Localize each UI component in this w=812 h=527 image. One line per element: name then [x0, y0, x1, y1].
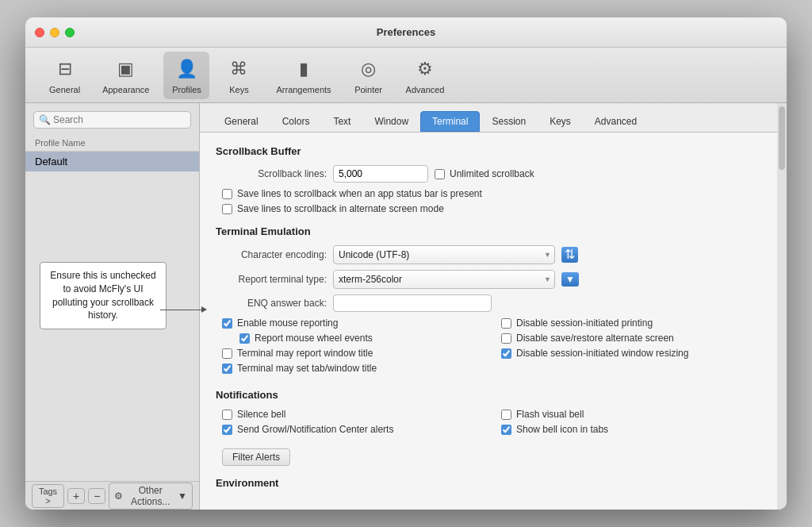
terminal-report-label: Terminal may report window title [237, 348, 373, 359]
show-bell-icon-row: Show bell icon in tabs [495, 424, 761, 435]
profile-item-default[interactable]: Default [25, 152, 199, 171]
save-alternate-row: Save lines to scrollback in alternate sc… [216, 203, 761, 214]
show-bell-icon-label: Show bell icon in tabs [516, 424, 608, 435]
other-actions-label: Other Actions... [125, 485, 175, 507]
enq-input[interactable] [333, 294, 492, 312]
toolbar-label-pointer: Pointer [354, 85, 382, 94]
scrollback-lines-input[interactable] [333, 165, 428, 183]
silence-bell-row: Silence bell [216, 409, 482, 420]
content-area: 🔍 Profile Name Default Ensure this is un… [25, 103, 787, 510]
profile-list-header: Profile Name [25, 135, 199, 152]
toolbar: ⊟ General ▣ Appearance 👤 Profiles ⌘ Keys… [25, 48, 787, 103]
tab-colors[interactable]: Colors [270, 111, 322, 132]
unlimited-checkbox[interactable] [435, 169, 445, 179]
tab-session[interactable]: Session [480, 111, 538, 132]
disable-resize-checkbox[interactable] [501, 348, 511, 359]
toolbar-label-appearance: Appearance [102, 85, 149, 94]
save-alternate-label: Save lines to scrollback in alternate sc… [237, 203, 444, 214]
toolbar-item-pointer[interactable]: ◎ Pointer [346, 52, 392, 99]
terminal-type-select[interactable]: xterm-256color [333, 270, 555, 289]
disable-resize-label: Disable session-initiated window resizin… [516, 348, 688, 359]
terminal-set-label: Terminal may set tab/window title [237, 363, 377, 374]
toolbar-item-keys[interactable]: ⌘ Keys [216, 52, 262, 99]
remove-profile-button[interactable]: − [88, 488, 105, 504]
toolbar-item-advanced[interactable]: ⚙ Advanced [398, 52, 453, 99]
scrollbar-track[interactable] [777, 103, 787, 510]
disable-resize-row: Disable session-initiated window resizin… [495, 348, 761, 359]
right-checkboxes: Disable session-initiated printing Disab… [495, 317, 761, 378]
scrollback-lines-label: Scrollback lines: [216, 168, 327, 179]
show-bell-icon-checkbox[interactable] [501, 425, 511, 435]
preferences-window: Preferences ⊟ General ▣ Appearance 👤 Pro… [25, 17, 787, 510]
tab-general[interactable]: General [213, 111, 270, 132]
encoding-select[interactable]: Unicode (UTF-8) [333, 245, 555, 264]
add-profile-button[interactable]: + [67, 488, 85, 504]
notifications-right: Flash visual bell Show bell icon in tabs [495, 409, 761, 439]
terminal-type-label: Report terminal type: [216, 274, 327, 285]
encoding-row: Character encoding: Unicode (UTF-8) ⇅ [216, 245, 761, 264]
checkbox-grid: Enable mouse reporting Report mouse whee… [216, 317, 761, 378]
tags-button[interactable]: Tags > [32, 484, 64, 508]
report-wheel-checkbox[interactable] [239, 333, 250, 344]
terminal-type-select-wrapper: xterm-256color [333, 270, 555, 289]
tab-advanced[interactable]: Advanced [583, 111, 649, 132]
maximize-button[interactable] [65, 28, 75, 37]
enable-mouse-row: Enable mouse reporting [216, 317, 482, 329]
save-status-bar-row: Save lines to scrollback when an app sta… [216, 188, 761, 199]
profiles-icon: 👤 [174, 56, 199, 82]
silence-bell-label: Silence bell [237, 409, 285, 420]
save-status-checkbox[interactable] [222, 189, 232, 199]
silence-bell-checkbox[interactable] [222, 410, 232, 420]
tab-terminal[interactable]: Terminal [420, 111, 480, 132]
save-status-label: Save lines to scrollback when an app sta… [237, 188, 482, 199]
disable-save-row: Disable save/restore alternate screen [495, 333, 761, 344]
gear-icon: ⚙ [114, 490, 123, 502]
terminal-report-row: Terminal may report window title [216, 348, 482, 359]
toolbar-item-appearance[interactable]: ▣ Appearance [94, 52, 157, 99]
close-button[interactable] [35, 28, 44, 37]
scrollback-lines-row: Scrollback lines: Unlimited scrollback [216, 165, 761, 183]
encoding-stepper[interactable]: ⇅ [561, 247, 578, 263]
toolbar-item-profiles[interactable]: 👤 Profiles [163, 52, 209, 99]
disable-printing-label: Disable session-initiated printing [516, 317, 653, 329]
filter-alerts-wrapper: Filter Alerts [216, 444, 761, 466]
tooltip-text: Ensure this is unchecked to avoid McFly'… [50, 270, 155, 321]
advanced-icon: ⚙ [412, 56, 438, 82]
tab-window[interactable]: Window [362, 111, 420, 132]
flash-bell-label: Flash visual bell [516, 409, 584, 420]
disable-printing-checkbox[interactable] [501, 318, 511, 329]
toolbar-item-general[interactable]: ⊟ General [41, 52, 88, 99]
pointer-icon: ◎ [356, 56, 381, 82]
tooltip-box: Ensure this is unchecked to avoid McFly'… [40, 262, 167, 329]
toolbar-item-arrangements[interactable]: ▮ Arrangements [268, 52, 339, 99]
notifications-left: Silence bell Send Growl/Notification Cen… [216, 409, 482, 439]
flash-bell-checkbox[interactable] [501, 410, 511, 420]
enable-mouse-label: Enable mouse reporting [237, 317, 338, 329]
enq-row: ENQ answer back: [216, 294, 761, 312]
other-actions-button[interactable]: ⚙ Other Actions... ▼ [109, 483, 193, 510]
send-growl-label: Send Growl/Notification Center alerts [237, 424, 393, 435]
filter-alerts-button[interactable]: Filter Alerts [222, 448, 290, 466]
enable-mouse-checkbox[interactable] [222, 318, 232, 329]
emulation-section-title: Terminal Emulation [216, 225, 761, 237]
send-growl-checkbox[interactable] [222, 425, 232, 435]
terminal-type-dropdown[interactable]: ▼ [561, 272, 579, 287]
scrollback-section-title: Scrollback Buffer [216, 145, 761, 157]
dropdown-arrow-icon: ▼ [178, 490, 187, 502]
terminal-set-row: Terminal may set tab/window title [216, 363, 482, 374]
tab-keys[interactable]: Keys [538, 111, 583, 132]
tab-text[interactable]: Text [321, 111, 362, 132]
terminal-set-checkbox[interactable] [222, 364, 232, 374]
save-alternate-checkbox[interactable] [222, 204, 232, 214]
environment-section-title: Environment [216, 477, 761, 489]
minimize-button[interactable] [50, 28, 59, 37]
panel-content: Scrollback Buffer Scrollback lines: Unli… [200, 133, 777, 510]
send-growl-row: Send Growl/Notification Center alerts [216, 424, 482, 435]
disable-save-checkbox[interactable] [501, 333, 511, 344]
left-checkboxes: Enable mouse reporting Report mouse whee… [216, 317, 482, 378]
sidebar: 🔍 Profile Name Default Ensure this is un… [25, 103, 200, 510]
search-input[interactable] [33, 111, 191, 129]
terminal-report-checkbox[interactable] [222, 348, 232, 359]
scrollbar-thumb[interactable] [779, 106, 785, 170]
report-wheel-row: Report mouse wheel events [216, 333, 482, 344]
